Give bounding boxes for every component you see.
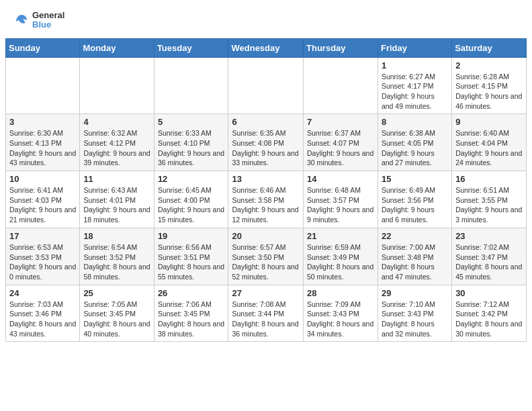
calendar-cell <box>80 57 154 114</box>
day-number: 20 <box>232 231 300 241</box>
calendar-cell: 22Sunrise: 7:00 AM Sunset: 3:48 PM Dayli… <box>378 228 451 285</box>
day-number: 23 <box>455 231 523 241</box>
day-info: Sunrise: 6:37 AM Sunset: 4:07 PM Dayligh… <box>307 128 374 168</box>
day-number: 27 <box>232 288 300 298</box>
day-number: 26 <box>158 288 225 298</box>
day-info: Sunrise: 7:05 AM Sunset: 3:45 PM Dayligh… <box>83 300 150 339</box>
calendar-cell: 15Sunrise: 6:49 AM Sunset: 3:56 PM Dayli… <box>378 171 451 228</box>
day-info: Sunrise: 6:40 AM Sunset: 4:04 PM Dayligh… <box>455 128 523 168</box>
day-info: Sunrise: 6:35 AM Sunset: 4:08 PM Dayligh… <box>232 128 300 168</box>
calendar-cell: 19Sunrise: 6:56 AM Sunset: 3:51 PM Dayli… <box>154 228 228 285</box>
day-number: 8 <box>382 117 448 127</box>
calendar-cell: 12Sunrise: 6:45 AM Sunset: 4:00 PM Dayli… <box>154 171 228 228</box>
day-info: Sunrise: 6:38 AM Sunset: 4:05 PM Dayligh… <box>382 128 448 168</box>
day-info: Sunrise: 6:53 AM Sunset: 3:53 PM Dayligh… <box>9 242 76 282</box>
calendar-cell: 18Sunrise: 6:54 AM Sunset: 3:52 PM Dayli… <box>80 228 154 285</box>
day-number: 11 <box>83 174 150 184</box>
calendar-table: SundayMondayTuesdayWednesdayThursdayFrid… <box>5 38 527 342</box>
calendar-cell: 17Sunrise: 6:53 AM Sunset: 3:53 PM Dayli… <box>6 228 80 285</box>
calendar-cell: 30Sunrise: 7:12 AM Sunset: 3:42 PM Dayli… <box>452 285 527 342</box>
day-number: 1 <box>382 60 448 71</box>
calendar-cell: 6Sunrise: 6:35 AM Sunset: 4:08 PM Daylig… <box>228 114 304 171</box>
day-number: 28 <box>307 288 374 298</box>
calendar-cell: 28Sunrise: 7:09 AM Sunset: 3:43 PM Dayli… <box>304 285 378 342</box>
day-info: Sunrise: 7:10 AM Sunset: 3:43 PM Dayligh… <box>382 300 448 339</box>
calendar-cell: 27Sunrise: 7:08 AM Sunset: 3:44 PM Dayli… <box>228 285 304 342</box>
day-info: Sunrise: 6:33 AM Sunset: 4:10 PM Dayligh… <box>158 128 225 168</box>
calendar-cell: 16Sunrise: 6:51 AM Sunset: 3:55 PM Dayli… <box>452 171 527 228</box>
day-info: Sunrise: 6:27 AM Sunset: 4:17 PM Dayligh… <box>382 72 448 111</box>
calendar-cell: 4Sunrise: 6:32 AM Sunset: 4:12 PM Daylig… <box>80 114 154 171</box>
calendar-cell: 9Sunrise: 6:40 AM Sunset: 4:04 PM Daylig… <box>452 114 527 171</box>
calendar-week-2: 3Sunrise: 6:30 AM Sunset: 4:13 PM Daylig… <box>6 114 527 171</box>
day-number: 19 <box>158 231 225 241</box>
day-info: Sunrise: 6:54 AM Sunset: 3:52 PM Dayligh… <box>83 242 150 282</box>
logo: General Blue <box>13 11 64 30</box>
day-info: Sunrise: 7:08 AM Sunset: 3:44 PM Dayligh… <box>232 300 300 339</box>
day-info: Sunrise: 6:45 AM Sunset: 4:00 PM Dayligh… <box>158 185 225 225</box>
day-number: 4 <box>83 117 150 127</box>
calendar-week-3: 10Sunrise: 6:41 AM Sunset: 4:03 PM Dayli… <box>6 171 527 228</box>
day-number: 21 <box>307 231 374 241</box>
day-info: Sunrise: 6:46 AM Sunset: 3:58 PM Dayligh… <box>232 185 300 225</box>
col-header-thursday: Thursday <box>304 38 378 57</box>
day-number: 16 <box>455 174 523 184</box>
day-info: Sunrise: 6:30 AM Sunset: 4:13 PM Dayligh… <box>9 128 76 168</box>
calendar-cell: 10Sunrise: 6:41 AM Sunset: 4:03 PM Dayli… <box>6 171 80 228</box>
calendar-week-4: 17Sunrise: 6:53 AM Sunset: 3:53 PM Dayli… <box>6 228 527 285</box>
calendar-cell: 1Sunrise: 6:27 AM Sunset: 4:17 PM Daylig… <box>378 57 451 114</box>
col-header-saturday: Saturday <box>452 38 527 57</box>
day-number: 5 <box>158 117 225 127</box>
calendar-cell: 14Sunrise: 6:48 AM Sunset: 3:57 PM Dayli… <box>304 171 378 228</box>
day-number: 24 <box>9 288 76 298</box>
col-header-wednesday: Wednesday <box>228 38 304 57</box>
calendar-week-1: 1Sunrise: 6:27 AM Sunset: 4:17 PM Daylig… <box>6 57 527 114</box>
day-number: 7 <box>307 117 374 127</box>
calendar-cell <box>154 57 228 114</box>
day-info: Sunrise: 6:57 AM Sunset: 3:50 PM Dayligh… <box>232 242 300 282</box>
calendar-cell: 23Sunrise: 7:02 AM Sunset: 3:47 PM Dayli… <box>452 228 527 285</box>
day-info: Sunrise: 7:00 AM Sunset: 3:48 PM Dayligh… <box>382 242 448 282</box>
day-number: 6 <box>232 117 300 127</box>
calendar-cell: 8Sunrise: 6:38 AM Sunset: 4:05 PM Daylig… <box>378 114 451 171</box>
day-info: Sunrise: 6:28 AM Sunset: 4:15 PM Dayligh… <box>455 72 523 111</box>
day-info: Sunrise: 6:49 AM Sunset: 3:56 PM Dayligh… <box>382 185 448 225</box>
calendar-cell: 2Sunrise: 6:28 AM Sunset: 4:15 PM Daylig… <box>452 57 527 114</box>
day-number: 9 <box>455 117 523 127</box>
day-info: Sunrise: 7:12 AM Sunset: 3:42 PM Dayligh… <box>455 300 523 339</box>
calendar-cell: 25Sunrise: 7:05 AM Sunset: 3:45 PM Dayli… <box>80 285 154 342</box>
day-info: Sunrise: 6:48 AM Sunset: 3:57 PM Dayligh… <box>307 185 374 225</box>
day-info: Sunrise: 6:51 AM Sunset: 3:55 PM Dayligh… <box>455 185 523 225</box>
day-number: 17 <box>9 231 76 241</box>
calendar-cell <box>304 57 378 114</box>
day-number: 15 <box>382 174 448 184</box>
day-info: Sunrise: 7:02 AM Sunset: 3:47 PM Dayligh… <box>455 242 523 282</box>
calendar-cell: 11Sunrise: 6:43 AM Sunset: 4:01 PM Dayli… <box>80 171 154 228</box>
day-info: Sunrise: 6:59 AM Sunset: 3:49 PM Dayligh… <box>307 242 374 282</box>
day-info: Sunrise: 7:09 AM Sunset: 3:43 PM Dayligh… <box>307 300 374 339</box>
day-number: 18 <box>83 231 150 241</box>
col-header-monday: Monday <box>80 38 154 57</box>
calendar-cell <box>6 57 80 114</box>
calendar-cell: 26Sunrise: 7:06 AM Sunset: 3:45 PM Dayli… <box>154 285 228 342</box>
calendar-cell: 21Sunrise: 6:59 AM Sunset: 3:49 PM Dayli… <box>304 228 378 285</box>
day-info: Sunrise: 7:06 AM Sunset: 3:45 PM Dayligh… <box>158 300 225 339</box>
col-header-friday: Friday <box>378 38 451 57</box>
day-info: Sunrise: 6:41 AM Sunset: 4:03 PM Dayligh… <box>9 185 76 225</box>
day-number: 10 <box>9 174 76 184</box>
day-number: 3 <box>9 117 76 127</box>
calendar-cell: 20Sunrise: 6:57 AM Sunset: 3:50 PM Dayli… <box>228 228 304 285</box>
day-number: 25 <box>83 288 150 298</box>
calendar-cell: 7Sunrise: 6:37 AM Sunset: 4:07 PM Daylig… <box>304 114 378 171</box>
day-number: 13 <box>232 174 300 184</box>
day-number: 22 <box>382 231 448 241</box>
calendar-cell <box>228 57 304 114</box>
calendar-week-5: 24Sunrise: 7:03 AM Sunset: 3:46 PM Dayli… <box>6 285 527 342</box>
calendar-cell: 3Sunrise: 6:30 AM Sunset: 4:13 PM Daylig… <box>6 114 80 171</box>
day-number: 29 <box>382 288 448 298</box>
day-number: 30 <box>455 288 523 298</box>
calendar-cell: 5Sunrise: 6:33 AM Sunset: 4:10 PM Daylig… <box>154 114 228 171</box>
calendar-cell: 13Sunrise: 6:46 AM Sunset: 3:58 PM Dayli… <box>228 171 304 228</box>
page-header: General Blue <box>0 0 532 33</box>
day-info: Sunrise: 6:32 AM Sunset: 4:12 PM Dayligh… <box>83 128 150 168</box>
